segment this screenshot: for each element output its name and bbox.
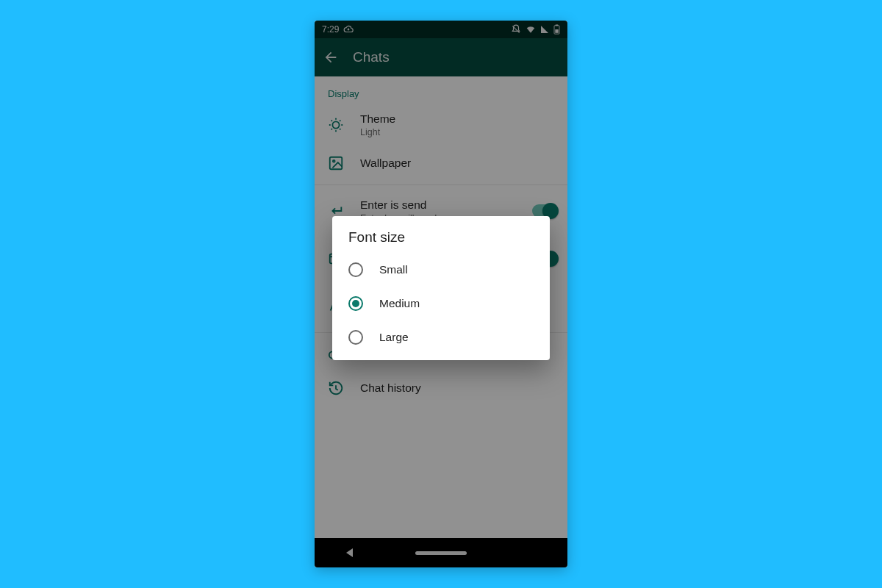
font-size-dialog: Font size Small Medium Large bbox=[332, 216, 550, 360]
font-option-large[interactable]: Large bbox=[348, 320, 535, 354]
screen: 7:29 bbox=[315, 21, 567, 567]
dialog-title: Font size bbox=[348, 229, 535, 245]
font-option-medium[interactable]: Medium bbox=[348, 287, 535, 320]
radio-selected-icon bbox=[348, 296, 363, 311]
font-option-label: Medium bbox=[379, 297, 420, 310]
font-option-small[interactable]: Small bbox=[348, 253, 535, 287]
radio-icon bbox=[348, 330, 363, 345]
font-option-label: Small bbox=[379, 263, 408, 276]
radio-icon bbox=[348, 262, 363, 277]
font-option-label: Large bbox=[379, 331, 409, 344]
phone-frame: 7:29 bbox=[315, 21, 567, 567]
